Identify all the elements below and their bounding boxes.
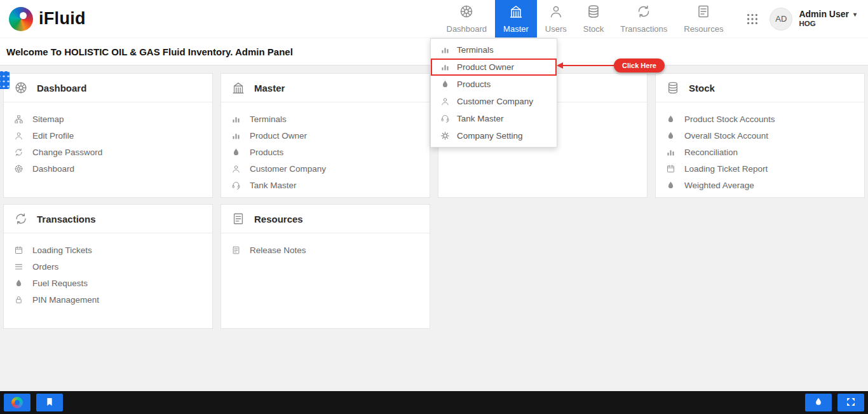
primary-nav: Dashboard Master Users Stock Transaction… <box>438 0 868 38</box>
bar-chart-icon <box>231 131 241 141</box>
dashboard-wheel-icon <box>459 4 474 22</box>
card-link-company-setting[interactable]: Company Setting <box>231 193 419 198</box>
coins-icon <box>586 4 601 22</box>
dropdown-item-products[interactable]: Products <box>431 76 557 93</box>
card-link-label: Products <box>250 148 283 157</box>
grid-icon[interactable] <box>745 0 759 38</box>
dropdown-item-terminals[interactable]: Terminals <box>431 41 557 59</box>
card-stock: Stock Product Stock Accounts Overall Sto… <box>655 73 865 198</box>
dropdown-item-company-setting[interactable]: Company Setting <box>431 127 557 144</box>
card-link-reconciliation[interactable]: Reconciliation <box>666 144 854 160</box>
card-link-customer-company[interactable]: Customer Company <box>231 160 419 177</box>
nav-item-master[interactable]: Master <box>495 0 537 38</box>
card-link-product-stock-accounts[interactable]: Product Stock Accounts <box>666 111 854 127</box>
card-link-orders[interactable]: Orders <box>14 258 202 275</box>
coins-icon <box>666 81 680 95</box>
footer-right-buttons <box>805 394 864 411</box>
flame-button[interactable] <box>805 394 832 411</box>
card-link-change-password[interactable]: Change Password <box>14 144 202 160</box>
user-icon <box>440 97 450 106</box>
card-title: Master <box>254 83 285 93</box>
dropdown-item-label: Products <box>457 79 491 89</box>
brand[interactable]: iFluid <box>9 0 86 38</box>
nav-item-resources[interactable]: Resources <box>675 0 731 38</box>
building-icon <box>508 4 524 22</box>
card-link-label: Edit Profile <box>32 131 74 141</box>
nav-item-dashboard[interactable]: Dashboard <box>438 0 496 38</box>
card-body: Sitemap Edit Profile Change Password Das… <box>4 102 212 177</box>
card-link-sitemap[interactable]: Sitemap <box>14 111 202 127</box>
user-icon <box>14 131 24 141</box>
sidebar-drag-handle[interactable] <box>0 71 10 89</box>
gear-icon <box>231 197 241 198</box>
click-here-badge: Click Here <box>614 59 665 72</box>
card-link-release-notes[interactable]: Release Notes <box>231 242 419 258</box>
sync-icon <box>636 4 651 22</box>
nav-label: Dashboard <box>447 24 487 34</box>
card-link-pin-management[interactable]: PIN Management <box>14 291 202 308</box>
card-body: Product Stock Accounts Overall Stock Acc… <box>656 102 864 193</box>
card-link-tank-master[interactable]: Tank Master <box>231 177 419 193</box>
bar-chart-icon <box>231 114 241 124</box>
file-icon <box>696 4 711 22</box>
bar-chart-icon <box>440 62 450 72</box>
droplet-icon <box>440 79 450 89</box>
refresh-swirl-icon <box>11 397 23 408</box>
bookmark-button[interactable] <box>36 394 63 411</box>
card-link-fuel-requests[interactable]: Fuel Requests <box>14 275 202 291</box>
calendar-icon <box>666 164 676 174</box>
user-org: HOG <box>799 20 857 29</box>
flame-icon <box>813 397 824 409</box>
nav-item-transactions[interactable]: Transactions <box>612 0 675 38</box>
list-icon <box>14 262 24 272</box>
card-link-weighted-average[interactable]: Weighted Average <box>666 177 854 193</box>
fullscreen-button[interactable] <box>837 394 864 411</box>
dropdown-item-label: Terminals <box>457 45 494 55</box>
card-link-loading-tickets[interactable]: Loading Tickets <box>14 242 202 258</box>
card-link-label: Tank Master <box>250 181 297 190</box>
refresh-button[interactable] <box>4 394 31 411</box>
card-title: Dashboard <box>37 83 86 93</box>
card-link-label: Overall Stock Account <box>684 131 768 141</box>
nav-item-stock[interactable]: Stock <box>575 0 613 38</box>
user-icon <box>548 4 564 22</box>
card-title: Resources <box>254 214 303 224</box>
card-header: Master <box>221 74 430 102</box>
card-link-product-owner[interactable]: Product Owner <box>231 127 419 144</box>
card-link-products[interactable]: Products <box>231 144 419 160</box>
card-link-loading-ticket-report[interactable]: Loading Ticket Report <box>666 160 854 177</box>
dropdown-item-tank-master[interactable]: Tank Master <box>431 110 557 127</box>
headset-icon <box>231 181 241 190</box>
card-link-terminals[interactable]: Terminals <box>231 111 419 127</box>
card-link-edit-profile[interactable]: Edit Profile <box>14 127 202 144</box>
card-master: Master Terminals Product Owner Products … <box>220 73 430 198</box>
footer-bar <box>0 391 868 414</box>
nav-label: Transactions <box>620 24 667 34</box>
dashboard-wheel-icon <box>14 164 24 174</box>
card-link-overall-stock-account[interactable]: Overall Stock Account <box>666 127 854 144</box>
card-link-label: Reconciliation <box>684 148 738 157</box>
card-link-label: Dashboard <box>32 164 74 174</box>
nav-label: Users <box>545 24 567 34</box>
user-menu[interactable]: Admin User ▾ HOG <box>799 9 857 29</box>
top-navbar: iFluid Dashboard Master Users Stock Tran… <box>0 0 868 38</box>
dropdown-item-label: Company Setting <box>457 131 523 141</box>
droplet-icon <box>231 148 241 157</box>
droplet-icon <box>666 131 676 141</box>
dropdown-item-label: Product Owner <box>457 62 514 72</box>
bar-chart-icon <box>440 45 450 55</box>
avatar[interactable]: AD <box>770 8 792 31</box>
droplet-icon <box>666 114 676 124</box>
card-link-label: Loading Tickets <box>32 245 92 255</box>
card-header: Resources <box>221 205 430 233</box>
nav-item-users[interactable]: Users <box>537 0 575 38</box>
dashboard-wheel-icon <box>14 81 28 95</box>
card-link-label: Weighted Average <box>684 181 754 190</box>
card-link-label: Fuel Requests <box>32 279 88 288</box>
dropdown-item-customer-company[interactable]: Customer Company <box>431 93 557 110</box>
welcome-text: Welcome To HOLISTIC OIL & GAS Fluid Inve… <box>6 46 293 57</box>
dropdown-item-product-owner[interactable]: Product Owner <box>431 59 557 76</box>
card-link-dashboard[interactable]: Dashboard <box>14 160 202 177</box>
card-body: Release Notes <box>221 233 430 258</box>
dropdown-item-label: Customer Company <box>457 97 533 106</box>
